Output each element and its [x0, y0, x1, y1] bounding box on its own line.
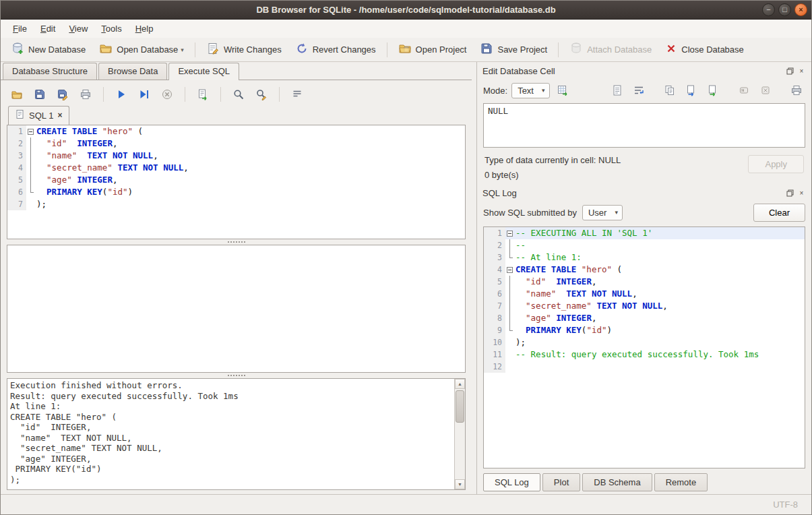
cell-value: NULL [488, 106, 508, 116]
float-panel-icon[interactable] [786, 189, 794, 198]
main-area: Database Structure Browse Data Execute S… [1, 62, 811, 494]
menu-help[interactable]: Help [129, 21, 160, 36]
scroll-up-icon[interactable]: ▲ [455, 379, 465, 389]
open-project-button[interactable]: Open Project [392, 39, 473, 60]
fold-gutter [26, 162, 35, 174]
sql-file-icon [15, 109, 25, 121]
find-icon[interactable] [230, 86, 247, 102]
close-panel-icon[interactable]: × [797, 67, 806, 75]
new-database-button[interactable]: New Database [5, 39, 92, 60]
tab-browse-data[interactable]: Browse Data [98, 63, 167, 80]
code-text: "id" INTEGER, [35, 138, 465, 150]
line-number: 1 [484, 227, 505, 239]
fold-gutter [505, 288, 514, 300]
save-project-button[interactable]: Save Project [474, 39, 553, 60]
fold-gutter [505, 324, 514, 336]
save-sql-file-icon[interactable] [31, 86, 49, 102]
fold-gutter [26, 150, 35, 162]
fold-marker-icon[interactable] [26, 125, 35, 138]
menu-file[interactable]: File [6, 21, 34, 36]
line-number: 8 [484, 312, 505, 324]
edit-cell-toolbar: Mode: Text ▾ [477, 80, 811, 103]
toolbar-separator [279, 87, 280, 102]
fold-gutter [505, 251, 514, 264]
splitter-editor-results[interactable] [7, 239, 466, 245]
revert-changes-button[interactable]: Revert Changes [289, 39, 382, 60]
open-database-dropdown-icon[interactable]: ▾ [181, 47, 184, 53]
execute-all-icon[interactable] [113, 86, 130, 102]
menu-edit[interactable]: Edit [34, 21, 62, 36]
line-number: 10 [484, 336, 505, 349]
scrollbar-thumb[interactable] [456, 390, 464, 423]
log-line: ); [10, 475, 451, 485]
import-cell-icon[interactable] [683, 82, 700, 98]
text-view-icon[interactable] [608, 82, 626, 98]
sql-code-editor[interactable]: 1CREATE TABLE "hero" (2 "id" INTEGER,3 "… [7, 125, 466, 239]
code-text: "secret_name" TEXT NOT NULL, [35, 162, 465, 174]
minimize-button[interactable]: − [762, 3, 775, 16]
find-replace-icon[interactable] [253, 86, 270, 102]
import-data-icon[interactable] [554, 82, 571, 98]
sql-file-tab[interactable]: SQL 1 × [8, 106, 69, 125]
code-line: 6 PRIMARY KEY("id") [7, 186, 465, 198]
panel-splitter[interactable] [472, 62, 476, 494]
sql-log-editor[interactable]: 1-- EXECUTING ALL IN 'SQL 1'2--3-- At li… [483, 226, 805, 468]
tab-database-structure[interactable]: Database Structure [3, 63, 97, 80]
tab-plot[interactable]: Plot [542, 473, 580, 491]
log-line: PRIMARY KEY("id") [10, 464, 451, 475]
code-text: "age" INTEGER, [35, 174, 465, 186]
save-sql-file-as-icon[interactable] [54, 86, 71, 102]
log-filter-combobox[interactable]: User ▾ [582, 205, 623, 220]
log-line: "name" TEXT NOT NULL, [10, 433, 451, 444]
code-text: PRIMARY KEY("id") [35, 186, 465, 198]
cell-value-editor[interactable]: NULL [483, 103, 805, 148]
close-database-icon [665, 42, 677, 57]
menu-view[interactable]: View [62, 21, 94, 36]
tab-sql-log[interactable]: SQL Log [483, 473, 540, 491]
export-cell-icon[interactable] [704, 82, 722, 98]
tab-execute-sql[interactable]: Execute SQL [168, 63, 239, 80]
copy-icon[interactable] [661, 82, 679, 98]
log-line: "age" INTEGER, [10, 454, 451, 464]
maximize-button[interactable]: □ [778, 3, 791, 16]
code-text: -- EXECUTING ALL IN 'SQL 1' [514, 227, 805, 239]
menu-tools[interactable]: Tools [94, 21, 128, 36]
close-panel-icon[interactable]: × [797, 189, 806, 198]
tab-remote[interactable]: Remote [654, 473, 708, 491]
titlebar[interactable]: DB Browser for SQLite - /home/user/code/… [1, 1, 811, 20]
word-wrap-icon[interactable] [630, 82, 648, 98]
code-text: -- [514, 239, 805, 251]
code-text: "age" INTEGER, [514, 312, 805, 324]
splitter-grip [228, 375, 245, 376]
log-line: Execution finished without errors. [10, 380, 451, 391]
fold-gutter [505, 336, 514, 349]
toolbar-separator [387, 42, 387, 57]
open-database-button[interactable]: Open Database ▾ [93, 39, 190, 60]
code-text: PRIMARY KEY("id") [514, 324, 805, 336]
print-cell-icon[interactable] [788, 82, 805, 98]
execution-log-scrollbar[interactable]: ▲ ▼ [454, 379, 465, 489]
sql-file-tab-close-icon[interactable]: × [57, 111, 62, 120]
fold-marker-icon[interactable] [505, 264, 514, 276]
tab-db-schema[interactable]: DB Schema [582, 473, 652, 491]
execution-log-text[interactable]: Execution finished without errors.Result… [7, 379, 454, 489]
splitter-results-log[interactable] [7, 373, 466, 378]
fold-gutter [505, 276, 514, 288]
close-button[interactable]: × [794, 3, 807, 16]
scrollbar-track[interactable] [455, 389, 465, 479]
print-icon[interactable] [77, 86, 94, 102]
export-results-icon[interactable] [194, 86, 212, 102]
float-panel-icon[interactable] [786, 67, 794, 75]
log-line: Result: query executed successfully. Too… [10, 391, 451, 402]
write-changes-button[interactable]: Write Changes [200, 39, 288, 60]
execute-current-line-icon[interactable] [135, 86, 153, 102]
splitter-grip [228, 241, 245, 243]
scroll-down-icon[interactable]: ▼ [455, 479, 465, 489]
clear-log-button[interactable]: Clear [753, 204, 805, 222]
fold-marker-icon[interactable] [505, 227, 514, 239]
open-sql-file-icon[interactable] [8, 86, 26, 102]
close-database-button[interactable]: Close Database [659, 40, 750, 59]
mode-combobox[interactable]: Text ▾ [511, 83, 549, 98]
fold-gutter [26, 198, 35, 210]
format-sql-icon[interactable] [288, 86, 306, 102]
